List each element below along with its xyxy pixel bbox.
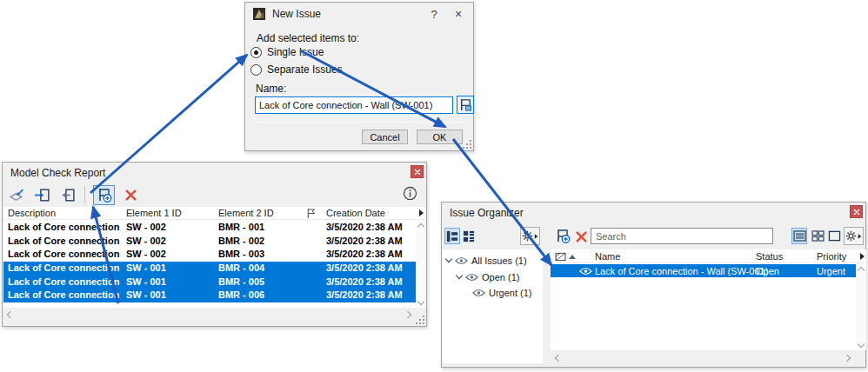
tree-item-urgent[interactable]: Urgent (1): [472, 286, 532, 299]
list-settings-button[interactable]: [844, 227, 864, 245]
tree-item-label: All Issues (1): [471, 256, 527, 266]
scroll-right-icon[interactable]: [404, 311, 411, 318]
horizontal-scrollbar[interactable]: [551, 352, 854, 364]
gear-icon: [845, 230, 857, 242]
model-check-report-window: Model Check Report: [2, 162, 427, 327]
add-to-issue-button[interactable]: [93, 185, 115, 205]
horizontal-scrollbar[interactable]: [3, 309, 415, 321]
more-columns-icon[interactable]: [419, 209, 424, 216]
list-view-button[interactable]: [791, 228, 807, 244]
close-button[interactable]: ×: [447, 5, 470, 23]
column-header-creation-date[interactable]: Creation Date: [326, 208, 385, 218]
column-header-element1[interactable]: Element 1 ID: [126, 208, 182, 218]
select-elements-3d-button[interactable]: [7, 185, 26, 204]
cell-date: 3/5/2020 2:38 AM: [326, 236, 403, 246]
table-header: Description Element 1 ID Element 2 ID Cr…: [3, 207, 426, 220]
eye-icon[interactable]: [455, 256, 468, 265]
scroll-up-icon[interactable]: [417, 223, 424, 230]
sort-ascending-icon[interactable]: [569, 255, 576, 259]
close-button[interactable]: [411, 165, 424, 178]
cell-description: Lack of Core connection: [8, 289, 119, 300]
vertical-scrollbar[interactable]: [856, 264, 866, 350]
tree-settings-button[interactable]: [520, 227, 540, 245]
close-button[interactable]: [850, 205, 863, 218]
eye-icon[interactable]: [579, 267, 592, 276]
column-header-priority[interactable]: Priority: [817, 251, 846, 262]
issue-organizer-titlebar[interactable]: Issue Organizer: [442, 203, 865, 223]
scroll-left-icon[interactable]: [7, 311, 14, 318]
radio-separate-issues[interactable]: Separate Issues: [250, 63, 343, 76]
column-header-status[interactable]: Status: [756, 251, 783, 262]
scroll-down-icon[interactable]: [417, 298, 424, 305]
model-check-report-titlebar[interactable]: Model Check Report: [3, 163, 426, 183]
issue-list-header: Name Status Priority: [551, 251, 866, 263]
vertical-scrollbar[interactable]: [416, 221, 426, 308]
more-columns-icon[interactable]: [860, 253, 865, 260]
cell-element1: SW - 001: [126, 262, 166, 273]
radio-label: Single Issue: [267, 46, 324, 58]
cell-date: 3/5/2020 2:38 AM: [326, 249, 403, 259]
issue-name-options-button[interactable]: [457, 96, 474, 114]
delete-report-items-button[interactable]: [121, 185, 140, 204]
resize-grip[interactable]: [463, 140, 471, 149]
card-view-toggle[interactable]: [461, 228, 477, 244]
column-header-element2[interactable]: Element 2 ID: [218, 208, 274, 218]
app-logo-icon: [253, 8, 265, 20]
issue-flag-icon: [458, 97, 473, 112]
radio-unselected-icon[interactable]: [250, 64, 262, 76]
tree-item-all-issues[interactable]: All Issues (1): [446, 254, 527, 267]
issue-organizer-window: Issue Organizer: [441, 202, 866, 368]
cell-element1: SW - 002: [126, 236, 166, 246]
table-row[interactable]: Lack of Core connection SW - 002 BMR - 0…: [3, 221, 416, 235]
column-header-description[interactable]: Description: [8, 208, 56, 218]
resize-grip[interactable]: [416, 316, 424, 324]
list-view-icon: [793, 230, 806, 242]
delete-issue-button[interactable]: [574, 229, 588, 243]
cell-element1: SW - 001: [126, 289, 166, 300]
eye-icon[interactable]: [465, 273, 478, 282]
issue-name-input[interactable]: [255, 96, 453, 114]
prompt-label: Add selected items to:: [257, 32, 359, 44]
grid-view-button[interactable]: [810, 228, 825, 244]
cancel-button[interactable]: Cancel: [362, 130, 408, 144]
radio-selected-icon[interactable]: [250, 47, 262, 58]
chevron-down-icon[interactable]: [445, 256, 452, 262]
thumbnail-column-icon[interactable]: [555, 252, 566, 262]
table-row[interactable]: Lack of Core connection SW - 002 BMR - 0…: [3, 248, 416, 262]
red-x-icon: [124, 189, 137, 202]
scroll-up-icon[interactable]: [858, 267, 865, 274]
info-button[interactable]: [402, 185, 417, 201]
column-header-name[interactable]: Name: [595, 251, 620, 262]
issue-row-selected[interactable]: Lack of Core connection - Wall (SW-001) …: [551, 264, 866, 277]
scroll-right-icon[interactable]: [844, 355, 851, 362]
add-issue-icon: [97, 187, 112, 203]
search-input[interactable]: [591, 228, 773, 244]
cell-element1: SW - 002: [126, 249, 166, 259]
cell-description: Lack of Core connection: [8, 222, 119, 232]
scroll-down-icon[interactable]: [858, 341, 865, 348]
card-view-icon: [463, 230, 475, 242]
table-row[interactable]: Lack of Core connection SW - 002 BMR - 0…: [3, 235, 416, 249]
new-issue-button[interactable]: [554, 227, 571, 244]
radio-single-issue[interactable]: Single Issue: [250, 46, 324, 58]
single-view-button[interactable]: [826, 228, 842, 244]
help-button[interactable]: ?: [423, 5, 445, 23]
flag-column-icon[interactable]: [306, 208, 316, 219]
model-check-report-table: Description Element 1 ID Element 2 ID Cr…: [3, 207, 426, 308]
scroll-left-icon[interactable]: [555, 355, 562, 362]
table-row-selected[interactable]: Lack of Core connection SW - 001 BMR - 0…: [3, 289, 416, 302]
tree-item-open[interactable]: Open (1): [457, 270, 519, 283]
cell-element1: SW - 001: [126, 276, 166, 287]
tree-view-toggle[interactable]: [444, 228, 460, 244]
eye-icon[interactable]: [472, 289, 485, 297]
ok-button[interactable]: OK: [417, 130, 463, 144]
chevron-down-icon[interactable]: [456, 272, 463, 279]
cell-element2: BMR - 002: [218, 236, 264, 246]
table-row-selected[interactable]: Lack of Core connection SW - 001 BMR - 0…: [3, 276, 416, 289]
table-row-selected[interactable]: Lack of Core connection SW - 001 BMR - 0…: [3, 262, 416, 276]
panel-arrow-gray-icon: [59, 188, 76, 203]
window-title: Model Check Report: [10, 167, 105, 179]
show-in-list-button[interactable]: [57, 185, 77, 204]
show-in-3d-button[interactable]: [32, 185, 51, 204]
cell-description: Lack of Core connection: [8, 276, 119, 287]
